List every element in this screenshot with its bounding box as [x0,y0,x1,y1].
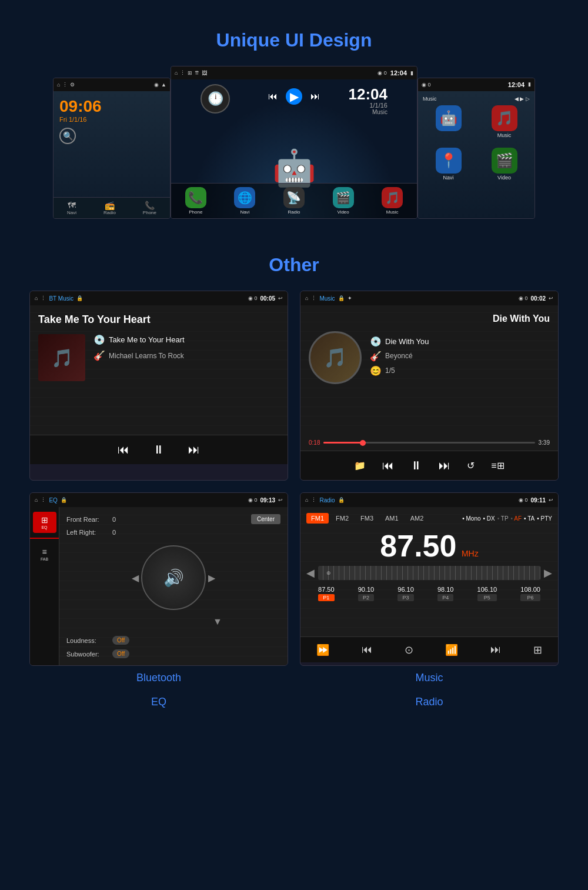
band-am2[interactable]: AM2 [406,513,429,524]
opt-tp[interactable]: TP [497,515,509,522]
screen-left: ⌂ ⋮ ⚙ ◉ ▲ 09:06 Fri 1/1/16 🔍 🗺Navi 📻Radi… [53,78,171,219]
eq-lock-icon: 🔒 [61,497,67,503]
music-statusbar-left: ⌂ ⋮ Music 🔒 ✦ [305,295,352,302]
music-list-btn[interactable]: ≡⊞ [491,460,504,471]
right-navi-btn2[interactable]: 📍 Navi [423,148,474,181]
bt-time: 00:05 [260,295,275,302]
menu-icon-m: ⋮ [311,295,316,301]
radio-next-btn[interactable]: ⏭ [490,644,501,656]
next-icon-c[interactable]: ⏭ [310,91,320,102]
speaker-area: ▲ ◀ 🔊 ▶ ▼ [129,545,218,630]
eq-left-right-row: Left Right: 0 [66,529,280,536]
arrow-down-btn[interactable]: ▼ [213,616,222,626]
music-prev-btn[interactable]: ⏮ [382,459,394,472]
music-track-name: Die With You [385,337,429,346]
music-statusbar: ⌂ ⋮ Music 🔒 ✦ ◉ 0 00:02 ↩ [300,291,558,305]
fab-tab-label: FAB [41,557,48,561]
scale-left-btn[interactable]: ◀ [306,566,315,579]
preset-p6[interactable]: 108.00 P6 [520,586,540,601]
radio-wifi-btn[interactable]: 📶 [445,644,458,656]
eq-statusbar: ⌂ ⋮ EQ 🔒 ◉ 0 09:13 ↩ [30,493,288,507]
front-rear-value: 0 [112,516,116,523]
radio-label-status: Radio [319,497,335,504]
arrow-right-btn[interactable]: ▶ [208,572,215,584]
eq-label-status: EQ [49,497,57,504]
eq-tab-fab[interactable]: ≡ FAB [33,544,56,565]
navi-btn[interactable]: 🌐Navi [234,187,255,215]
radio-ff-btn[interactable]: ⏩ [316,644,329,656]
music-btn[interactable]: 🎵Music [382,187,403,215]
time-r: 12:04 [508,81,524,88]
loudness-toggle[interactable]: Off [112,636,129,645]
center-btn[interactable]: Center [251,514,280,524]
opt-pty[interactable]: PTY [537,515,552,522]
scale-icon: ⊕ [326,570,331,576]
preset-p4[interactable]: 98.10 P4 [437,586,454,601]
phone-btn[interactable]: 📞Phone [185,187,206,215]
band-fm2[interactable]: FM2 [331,513,353,524]
music-folder-btn[interactable]: 📁 [354,460,366,471]
band-fm3[interactable]: FM3 [356,513,378,524]
opt-ta[interactable]: TA [524,515,534,522]
preset-p3[interactable]: 96.10 P3 [397,586,414,601]
bt-play-btn[interactable]: ⏸ [153,443,165,456]
statusbar-left-icons: ⌂ ⋮ ⚙ [57,82,75,88]
opt-dx[interactable]: DX [483,515,495,522]
bottom-item-phone[interactable]: 📞Phone [143,201,156,215]
bt-statusbar: ⌂ ⋮ BT Music 🔒 ◉ 0 00:05 ↩ [30,291,288,305]
radio-unit: MHz [462,549,479,558]
prev-icon-c[interactable]: ⏮ [268,91,278,102]
eq-statusbar-right: ◉ 0 09:13 ↩ [248,497,283,504]
music-bubble: 🎵 [382,187,403,208]
menu-icon-ra: ⋮ [311,497,316,503]
radio-search-btn[interactable]: ⊙ [405,644,413,656]
preset-label-1: P1 [318,594,335,601]
music-repeat-btn[interactable]: ↺ [467,460,475,471]
search-icon[interactable]: 🔍 [59,128,76,144]
battery-icon-c: ▮ [410,70,413,76]
music-album-art: 🎵 [309,331,362,384]
right-icons-grid: 🤖 🎵 Music 📍 Navi 🎬 Video [423,105,530,181]
battery-r: ▮ [528,81,531,88]
subwoofer-toggle[interactable]: Off [112,649,129,658]
opt-mono[interactable]: Mono [462,515,480,522]
preset-label-2: P2 [358,594,375,601]
scale-right-btn[interactable]: ▶ [544,566,552,579]
video-btn[interactable]: 🎬Video [333,187,354,215]
bt-prev-btn[interactable]: ⏮ [118,443,129,456]
music-play-btn[interactable]: ⏸ [410,459,422,472]
music-controls: 📁 ⏮ ⏸ ⏭ ↺ ≡⊞ [300,451,558,480]
radio-btn-c[interactable]: 📡Radio [283,187,305,215]
right-navi-bubble: 🤖 [436,105,462,131]
bottom-item-navi[interactable]: 🗺Navi [67,201,76,215]
band-am1[interactable]: AM1 [380,513,403,524]
pin-icon-c: ◉ 0 [377,70,387,76]
band-fm1[interactable]: FM1 [306,513,329,524]
scale-bar [318,566,540,580]
radio-prev-btn[interactable]: ⏮ [362,644,372,656]
right-video-btn[interactable]: 🎬 Video [479,148,530,181]
radio-list-btn[interactable]: ⊞ [533,644,542,656]
bottom-item-radio[interactable]: 📻Radio [103,201,116,215]
arrow-left-btn[interactable]: ◀ [132,572,139,584]
progress-dot [360,440,366,446]
preset-p1[interactable]: 87.50 P1 [318,586,335,601]
right-music-btn[interactable]: 🎵 Music [479,105,530,138]
eq-tab-eq[interactable]: ⊞ EQ [33,512,56,533]
play-icon-c[interactable]: ▶ [286,88,302,105]
right-navi-btn[interactable]: 🤖 [423,105,474,138]
page-title: Unique UI Design [216,29,372,51]
progress-bar[interactable] [323,442,534,444]
preset-p2[interactable]: 90.10 P2 [358,586,375,601]
statusbar-right-left: ◉ 0 [422,82,431,88]
music-next-btn[interactable]: ⏭ [439,459,450,472]
bt-next-btn[interactable]: ⏭ [188,443,200,456]
freq-display: 87.50 MHz [306,528,552,564]
preset-p5[interactable]: 106.10 P5 [477,586,497,601]
other-screens-grid: ⌂ ⋮ BT Music 🔒 ◉ 0 00:05 ↩ Take Me To Yo… [29,291,559,666]
fab-icon: ≡ [42,547,46,556]
eq-tab-label: EQ [41,525,47,529]
bt-info-row: 🎵 💿 Take Me to Your Heart 🎸 Michael Lear… [38,334,279,381]
music-time: 00:02 [530,295,546,302]
opt-af[interactable]: AF [511,515,522,522]
